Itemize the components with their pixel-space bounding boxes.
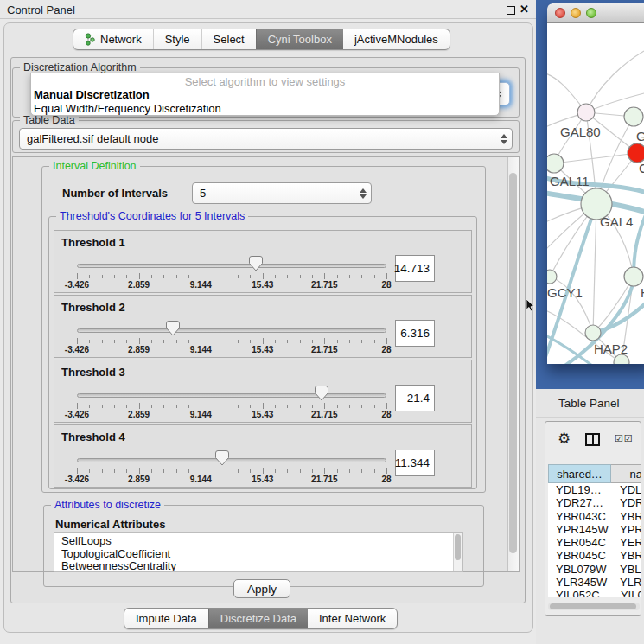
attribute-list-item[interactable]: SelfLoops [61, 535, 462, 548]
cyni-mode-tabbar: Impute Data Discretize Data Infer Networ… [124, 608, 398, 629]
tab-impute-data[interactable]: Impute Data [124, 609, 208, 628]
table-row[interactable]: YER054CYER0 [548, 536, 641, 549]
threshold-1-slider[interactable]: -3.4262.8599.14415.4321.71528 [77, 231, 386, 294]
table-row[interactable]: YIL052CYIL0 [548, 589, 641, 597]
algorithm-group-title: Discretization Algorithm [20, 61, 140, 73]
tab-discretize-data[interactable]: Discretize Data [208, 609, 308, 628]
mouse-cursor [526, 299, 535, 312]
threshold-2-slider[interactable]: -3.4262.8599.14415.4321.71528 [77, 296, 386, 359]
control-panel-tabbar: Network Style Select Cyni Toolbox jActiv… [73, 29, 450, 50]
network-node-label: GAL80 [560, 124, 601, 139]
tab-cyni-toolbox[interactable]: Cyni Toolbox [256, 29, 343, 49]
float-window-icon[interactable] [507, 6, 515, 15]
apply-button[interactable]: Apply [233, 579, 290, 598]
column-header-name[interactable]: na [611, 464, 641, 483]
network-node-gal80[interactable] [577, 104, 595, 121]
tab-network[interactable]: Network [73, 29, 153, 49]
slider-thumb[interactable] [249, 256, 263, 271]
threshold-1-panel: Threshold 1 -3.4262.8599.14415.4321.7152… [54, 230, 472, 293]
threshold-coordinates-title: Threshold's Coordinates for 5 Intervals [56, 210, 248, 222]
network-node-gcy1[interactable] [547, 270, 557, 284]
table-row[interactable]: YBR045CYBR0 [548, 549, 641, 562]
network-node-hap2[interactable] [585, 325, 601, 341]
slider-thumb[interactable] [166, 321, 180, 336]
table-header-row: shared… na [548, 464, 641, 483]
network-canvas[interactable]: GAL80G.CGAL11GAL4GCY1HHAP2 [547, 23, 644, 364]
dropdown-option-manual[interactable]: Manual Discretization [31, 87, 499, 101]
close-icon[interactable]: ✕ [520, 3, 529, 16]
tab-infer-network[interactable]: Infer Network [308, 609, 397, 628]
network-node-gal11[interactable] [547, 154, 564, 173]
control-panel-titlebar [0, 0, 536, 19]
threshold-1-value-field[interactable]: 14.713 [395, 255, 435, 282]
interval-definition-title: Interval Definition [49, 160, 140, 172]
network-node-label: GCY1 [547, 285, 583, 300]
table-row[interactable]: YDR27…YDR2 [548, 496, 641, 509]
dropdown-option-equal-width[interactable]: Equal Width/Frequency Discretization [31, 101, 499, 115]
control-panel-title: Control Panel [7, 3, 75, 16]
column-header-shared-name[interactable]: shared… [548, 464, 611, 483]
slider-track[interactable] [77, 328, 386, 333]
split-columns-icon[interactable] [585, 433, 600, 446]
slider-track[interactable] [77, 393, 386, 398]
network-node-label: HAP2 [594, 341, 628, 356]
table-row[interactable]: YPR145WYPR1 [548, 523, 641, 536]
slider-ticks [77, 273, 386, 280]
threshold-4-slider[interactable]: -3.4262.8599.14415.4321.71528 [77, 425, 386, 488]
attribute-list-item[interactable]: TopologicalCoefficient [61, 548, 462, 561]
network-view-window[interactable]: GAL80G.CGAL11GAL4GCY1HHAP2 [547, 3, 644, 364]
attribute-list-item[interactable]: BetweennessCentrality [61, 560, 462, 572]
algorithm-dropdown-popup: Select algorithm to view settings Manual… [30, 73, 500, 116]
panel-scrollbar-thumb[interactable] [509, 173, 517, 553]
minimize-traffic-light-icon[interactable] [571, 8, 581, 18]
network-node-g[interactable] [624, 107, 643, 126]
slider-ticks [77, 338, 386, 345]
threshold-2-value-field[interactable]: 6.316 [395, 320, 435, 347]
slider-track[interactable] [77, 458, 386, 462]
number-of-intervals-combobox[interactable]: 5 [192, 182, 372, 204]
table-rows[interactable]: YDL19…YDL1YDR27…YDR2YBR043CYBR0YPR145WYP… [548, 483, 641, 597]
tab-style[interactable]: Style [153, 29, 201, 49]
numerical-attributes-list[interactable]: SelfLoopsTopologicalCoefficientBetweenne… [54, 532, 463, 572]
list-scrollbar-thumb[interactable] [455, 534, 461, 560]
slider-tick-labels: -3.4262.8599.14415.4321.71528 [77, 410, 386, 420]
network-node-c[interactable] [628, 143, 644, 163]
network-tab-icon [85, 33, 96, 46]
network-node-label: H [641, 285, 644, 300]
table-row[interactable]: YDL19…YDL1 [548, 483, 641, 496]
slider-ticks [77, 468, 386, 475]
threshold-4-value-field[interactable]: 11.344 [395, 450, 435, 476]
threshold-3-value-field[interactable]: 21.4 [395, 385, 435, 411]
threshold-3-slider[interactable]: -3.4262.8599.14415.4321.71528 [77, 360, 386, 424]
tab-select[interactable]: Select [201, 29, 256, 49]
attributes-group-title: Attributes to discretize [51, 499, 164, 511]
table-data-value: galFiltered.sif default node [27, 132, 158, 145]
numerical-attributes-label: Numerical Attributes [55, 518, 165, 531]
network-node-label: C [639, 161, 644, 175]
table-panel-title: Table Panel [558, 397, 620, 410]
select-columns-icon[interactable]: ☑☑ [615, 433, 634, 444]
network-node-h[interactable] [624, 267, 643, 286]
table-data-combobox[interactable]: galFiltered.sif default node [19, 128, 513, 150]
table-row[interactable]: YBL079WYBL0 [548, 563, 641, 576]
threshold-3-panel: Threshold 3 -3.4262.8599.14415.4321.7152… [54, 360, 472, 423]
table-settings-gear-icon[interactable]: ⚙ [558, 430, 571, 448]
slider-track[interactable] [77, 264, 386, 268]
network-window-titlebar[interactable] [547, 3, 644, 23]
network-node-label: GAL4 [600, 214, 633, 229]
slider-thumb[interactable] [315, 386, 328, 401]
network-node-label: G. [636, 129, 644, 143]
network-graph: GAL80G.CGAL11GAL4GCY1HHAP2 [547, 23, 644, 364]
slider-tick-labels: -3.4262.8599.14415.4321.71528 [77, 345, 386, 355]
table-row[interactable]: YLR345WYLR3 [548, 576, 641, 589]
slider-thumb[interactable] [215, 450, 229, 466]
zoom-traffic-light-icon[interactable] [586, 8, 596, 18]
table-row[interactable]: YBR043CYBR0 [548, 510, 641, 523]
table-hscrollbar-thumb[interactable] [550, 603, 636, 609]
tab-jactivemnodules[interactable]: jActiveMNodules [343, 29, 450, 49]
threshold-4-panel: Threshold 4 -3.4262.8599.14415.4321.7152… [54, 424, 472, 488]
close-traffic-light-icon[interactable] [555, 8, 565, 18]
slider-tick-labels: -3.4262.8599.14415.4321.71528 [77, 280, 386, 290]
combo-stepper-icon [501, 134, 507, 144]
table-data-group-title: Table Data [20, 114, 79, 126]
